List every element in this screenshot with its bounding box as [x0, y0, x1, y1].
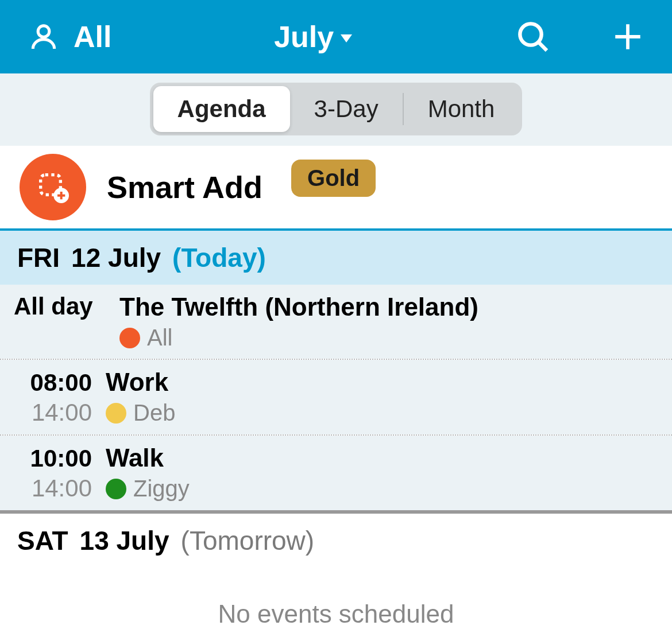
day-of-week: FRI [17, 242, 60, 273]
event-title: Walk [106, 444, 672, 472]
start-time: 08:00 [0, 369, 92, 397]
event-time: 08:00 14:00 [0, 368, 92, 426]
svg-line-2 [538, 42, 547, 51]
day-header-today: FRI 12 July (Today) [0, 231, 672, 285]
calendar-name: All [147, 325, 172, 351]
end-time: 14:00 [0, 399, 92, 426]
event-row[interactable]: 08:00 14:00 Work Deb [0, 360, 672, 434]
tab-agenda[interactable]: Agenda [153, 86, 290, 132]
view-segmented-control: Agenda 3-Day Month [150, 83, 523, 135]
search-button[interactable] [515, 18, 551, 55]
view-tabs-bar: Agenda 3-Day Month [0, 73, 672, 146]
svg-point-0 [38, 26, 49, 37]
person-icon [28, 21, 60, 53]
no-events-label: No events scheduled [0, 568, 672, 629]
event-title: The Twelfth (Northern Ireland) [119, 293, 672, 321]
event-row[interactable]: 10:00 14:00 Walk Ziggy [0, 436, 672, 510]
chevron-down-icon [341, 34, 352, 42]
event-row[interactable]: All day The Twelfth (Northern Ireland) A… [0, 285, 672, 359]
smart-add-label: Smart Add [107, 169, 262, 205]
allday-label: All day [0, 293, 106, 320]
smart-add-icon [20, 154, 86, 220]
add-button[interactable] [611, 20, 644, 53]
plus-icon [611, 20, 644, 53]
tab-month[interactable]: Month [404, 86, 519, 132]
tab-3day[interactable]: 3-Day [290, 86, 403, 132]
day-date: 13 July [80, 525, 169, 556]
start-time: 10:00 [0, 445, 92, 472]
tomorrow-marker: (Tomorrow) [181, 525, 315, 556]
smart-add-row[interactable]: Smart Add Gold [0, 146, 672, 231]
day-date: 12 July [71, 242, 161, 273]
month-picker[interactable]: July [274, 20, 352, 54]
filter-label: All [74, 20, 111, 54]
today-marker: (Today) [172, 242, 266, 273]
calendar-dot-icon [119, 328, 140, 348]
gold-badge: Gold [291, 160, 376, 197]
calendar-name: Deb [133, 400, 175, 426]
month-label: July [274, 20, 334, 54]
event-time: 10:00 14:00 [0, 444, 92, 502]
event-title: Work [106, 368, 672, 397]
svg-point-1 [520, 24, 541, 45]
calendar-dot-icon [106, 479, 126, 499]
day-header: SAT 13 July (Tomorrow) [0, 514, 672, 568]
end-time: 14:00 [0, 475, 92, 502]
search-icon [515, 18, 551, 55]
calendar-dot-icon [106, 403, 126, 424]
app-header: All July [0, 0, 672, 73]
calendar-name: Ziggy [133, 476, 190, 502]
day-of-week: SAT [17, 525, 68, 556]
header-filter[interactable]: All [28, 20, 111, 54]
